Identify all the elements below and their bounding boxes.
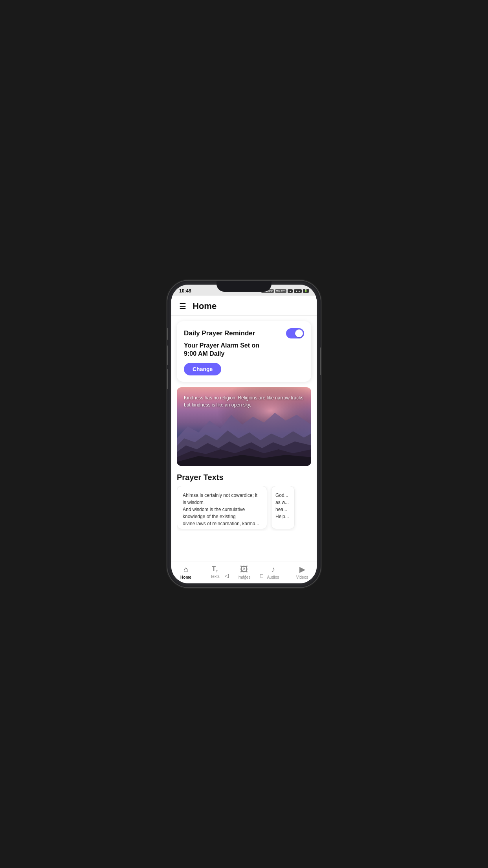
volte-icon: VoLTE² [275,289,286,293]
prayer-texts-section: Prayer Texts Ahimsa is certainly not cow… [171,470,317,532]
quote-text: Kindness has no religion. Religions are … [184,394,304,408]
wifi-icon: ▲ [288,289,293,293]
top-nav: ☰ Home [171,296,317,316]
prayer-reminder-card: Daily Prayer Reminder Your Prayer Alarm … [177,321,311,382]
battery-icon: 🔋 [303,289,309,293]
home-icon: ⌂ [183,565,188,574]
reminder-toggle[interactable] [286,328,304,338]
quote-section: Kindness has no religion. Religions are … [171,386,317,470]
status-bar: 10:48 VoWiFi² VoLTE² ▲ ▲▲ 🔋 [171,285,317,296]
prayer-alarm-text: Your Prayer Alarm Set on9:00 AM Daily [184,342,304,358]
prayer-texts-title: Prayer Texts [177,473,311,482]
nav-item-home[interactable]: ⌂ Home [171,565,200,579]
status-icons: VoWiFi² VoLTE² ▲ ▲▲ 🔋 [261,289,309,293]
scroll-area[interactable]: Daily Prayer Reminder Your Prayer Alarm … [171,316,317,561]
device-back-icon[interactable]: ◁ [225,573,229,579]
nav-label-audios: Audios [267,575,279,579]
bottom-nav: ⌂ Home TT Texts 🖼 Images ♪ Audios ▶ V [171,561,317,583]
page-title: Home [193,301,216,311]
power-button[interactable] [320,348,321,375]
texts-icon: TT [212,565,218,573]
prayer-card-header: Daily Prayer Reminder [184,328,304,338]
nav-label-videos: Videos [296,575,308,579]
prayer-text-card-2[interactable]: God...as w...hea...Help... [271,486,295,529]
device-home-icon[interactable]: ○ [243,573,246,579]
nav-label-texts: Texts [210,574,219,579]
device-nav-bar: ◁ ○ □ [225,573,263,579]
prayer-reminder-title: Daily Prayer Reminder [184,329,255,337]
nav-item-videos[interactable]: ▶ Videos [288,565,317,579]
phone-frame: 10:48 VoWiFi² VoLTE² ▲ ▲▲ 🔋 ☰ Home [167,281,321,587]
device-recents-icon[interactable]: □ [260,573,263,579]
vowifi-icon: VoWiFi² [261,289,273,293]
quote-image[interactable]: Kindness has no religion. Religions are … [177,387,311,466]
videos-icon: ▶ [299,565,305,574]
screen: 10:48 VoWiFi² VoLTE² ▲ ▲▲ 🔋 ☰ Home [171,285,317,583]
hamburger-icon[interactable]: ☰ [179,302,186,311]
volume-mute-button[interactable] [167,328,168,340]
app-content: ☰ Home Daily Prayer Reminder Your Prayer… [171,296,317,583]
change-button[interactable]: Change [184,363,221,375]
volume-up-button[interactable] [167,346,168,365]
signal-icon: ▲▲ [294,289,302,293]
nav-label-home: Home [180,575,191,579]
prayer-text-content-2: God...as w...hea...Help... [275,493,289,519]
volume-down-button[interactable] [167,369,168,389]
status-time: 10:48 [179,288,191,294]
prayer-cards-row[interactable]: Ahimsa is certainly not cowardice; it is… [177,486,311,531]
audios-icon: ♪ [271,565,275,574]
prayer-text-card-1[interactable]: Ahimsa is certainly not cowardice; it is… [177,486,267,529]
prayer-text-content-1: Ahimsa is certainly not cowardice; it is… [183,493,259,526]
